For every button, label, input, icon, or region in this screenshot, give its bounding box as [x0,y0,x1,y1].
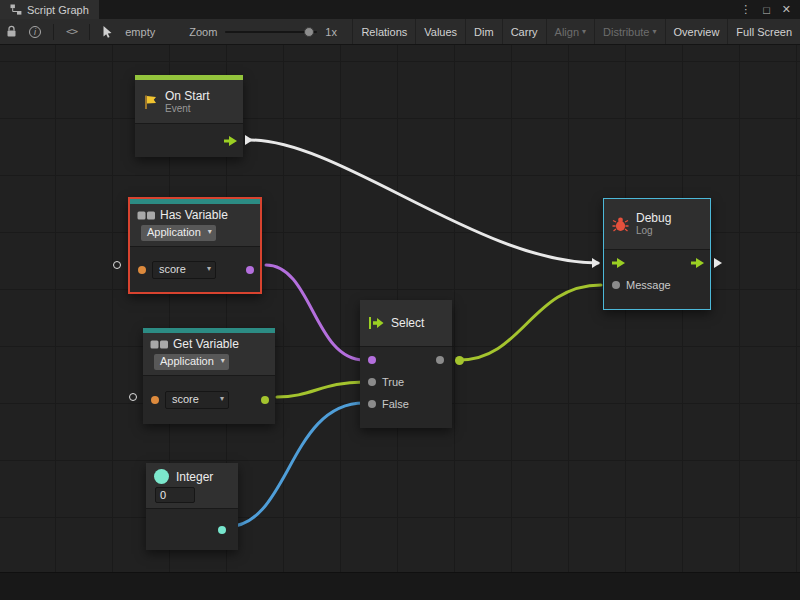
select-output-connection-dot[interactable] [455,356,464,365]
lock-button[interactable] [0,19,23,44]
select-condition-input-port[interactable] [368,356,376,364]
variable-name-port[interactable] [151,396,159,404]
chevron-down-icon: ▾ [221,357,225,365]
zoom-label: Zoom [189,26,217,38]
get-variable-output-port[interactable] [261,396,269,404]
variable-scope-dropdown[interactable]: Application ▾ [141,225,216,241]
variable-scope-dropdown[interactable]: Application ▾ [154,354,229,370]
wire-getvariable-to-select-true[interactable] [277,382,364,397]
toolbar-button-group: Relations Values Dim Carry Align▾ Distri… [352,19,800,44]
wire-select-to-log-message[interactable] [460,285,601,360]
distribute-button[interactable]: Distribute▾ [594,19,664,44]
port-label: True [382,376,404,388]
chevron-down-icon: ▾ [207,265,211,273]
wire-arrowhead [592,258,600,268]
port-row: False [360,393,452,415]
chevron-down-icon: ▾ [208,228,212,236]
edit-source-button[interactable]: <> [60,19,83,44]
window-close-button[interactable]: ✕ [782,3,791,16]
dim-button[interactable]: Dim [465,19,502,44]
node-header[interactable]: On Start Event [135,80,243,123]
has-variable-output-port[interactable] [246,266,254,274]
zoom-slider[interactable] [225,31,317,33]
node-port-area: True False [360,346,452,428]
node-header[interactable]: Integer 0 [146,463,238,508]
variables-icon [137,211,156,220]
window-controls: ⋮ □ ✕ [740,0,800,19]
unconnected-input-port[interactable] [129,393,137,401]
graph-toolbar: i <> empty Zoom 1x Relations Values Dim … [0,19,800,45]
node-title: Integer [176,470,213,484]
graph-canvas[interactable]: On Start Event Has Variable [0,45,800,600]
port-label: Message [626,279,671,291]
cursor-icon [102,25,113,38]
unconnected-input-port[interactable] [113,261,121,269]
variables-icon [150,340,169,349]
variable-name-dropdown[interactable]: score ▾ [165,391,229,409]
window-menu-button[interactable]: ⋮ [740,3,751,16]
integer-output-port[interactable] [218,526,226,534]
node-header[interactable]: Debug Log [604,199,710,249]
wire-onstart-to-log[interactable] [250,140,598,263]
port-row: Message [604,274,710,296]
values-button[interactable]: Values [415,19,465,44]
integer-type-icon [154,469,169,484]
node-on-start[interactable]: On Start Event [135,75,243,157]
node-port-area: Message [604,249,710,309]
code-breadcrumb-icon: <> [66,25,77,38]
select-true-input-port[interactable] [368,378,376,386]
flow-connector-arrow[interactable] [714,258,722,268]
message-input-port[interactable] [612,281,620,289]
flag-icon [143,94,158,110]
node-header[interactable]: Get Variable Application ▾ [143,333,275,375]
node-debug-log[interactable]: Debug Log Message [603,198,711,310]
variable-name-port[interactable] [138,266,146,274]
lock-icon [6,25,17,38]
port-label: False [382,398,409,410]
flow-input-port[interactable] [612,258,625,268]
node-header[interactable]: Has Variable Application ▾ [130,204,260,246]
tab-title: Script Graph [27,4,89,16]
align-button[interactable]: Align▾ [546,19,594,44]
integer-value-input[interactable]: 0 [155,487,195,503]
toolbar-separator [89,24,90,40]
carry-button[interactable]: Carry [502,19,546,44]
info-icon: i [29,26,41,38]
node-port-area: score ▾ [143,375,275,424]
relations-button[interactable]: Relations [352,19,415,44]
window-maximize-button[interactable]: □ [763,4,770,16]
port-row: True [360,371,452,393]
chevron-down-icon: ▾ [653,28,657,36]
node-title: Get Variable [173,337,239,351]
wire-hasvariable-to-select[interactable] [266,265,364,360]
overview-button[interactable]: Overview [665,19,728,44]
node-title: Debug [636,211,671,225]
node-header[interactable]: Select [360,300,452,346]
node-has-variable[interactable]: Has Variable Application ▾ score ▾ [128,197,262,294]
node-get-variable[interactable]: Get Variable Application ▾ score ▾ [143,328,275,424]
script-graph-icon [10,4,22,15]
graph-pointer[interactable] [96,19,119,44]
select-output-port[interactable] [436,356,444,364]
select-icon [368,316,384,330]
node-subtitle: Event [165,103,210,115]
node-title: Select [391,316,424,330]
zoom-slider-knob[interactable] [304,27,314,37]
toolbar-separator [53,24,54,40]
node-port-area: score ▾ [130,246,260,292]
graph-name-label[interactable]: empty [125,26,155,38]
script-graph-window: Script Graph ⋮ □ ✕ i <> empty Z [0,0,800,600]
select-false-input-port[interactable] [368,400,376,408]
node-select[interactable]: Select True False [360,300,452,428]
flow-output-port[interactable] [691,258,704,268]
fullscreen-button[interactable]: Full Screen [727,19,800,44]
titlebar: Script Graph ⋮ □ ✕ [0,0,800,19]
flow-output-port[interactable] [224,136,237,146]
tab-script-graph[interactable]: Script Graph [0,0,99,19]
bug-icon [612,216,629,232]
info-button[interactable]: i [23,19,47,44]
variable-name-dropdown[interactable]: score ▾ [152,261,216,279]
flow-connector-arrow[interactable] [245,135,253,145]
chevron-down-icon: ▾ [582,28,586,36]
node-integer[interactable]: Integer 0 [146,463,238,550]
